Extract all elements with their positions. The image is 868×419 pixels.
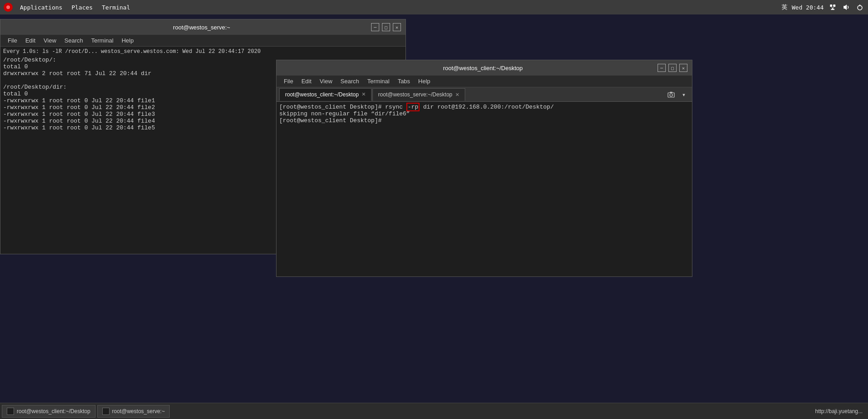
terminal-right-line-3: [root@westos_client Desktop]# — [279, 117, 689, 124]
top-menu-places[interactable]: Places — [67, 0, 97, 14]
svg-rect-10 — [670, 92, 672, 93]
terminal-left-win-controls: ─ □ ✕ — [371, 23, 401, 31]
taskbar-item-client[interactable]: root@westos_client:~/Desktop — [2, 405, 95, 418]
svg-point-9 — [670, 94, 672, 96]
tab-client-label: root@westos_client:~/Desktop — [285, 91, 359, 98]
tab-serve-label: root@westos_serve:~/Desktop — [378, 91, 453, 98]
cmd-suffix: dir root@192.168.0.200:/root/Desktop/ — [420, 104, 553, 110]
top-menu-applications[interactable]: Applications — [15, 0, 67, 14]
menu-help-left[interactable]: Help — [118, 35, 138, 46]
menu-search-right[interactable]: Search — [337, 76, 362, 87]
top-menu-terminal[interactable]: Terminal — [97, 0, 135, 14]
svg-marker-5 — [844, 5, 847, 10]
redhat-logo — [4, 3, 13, 12]
terminal-right-win-controls: ─ □ ✕ — [658, 64, 687, 72]
taskbar-item-serve[interactable]: root@westos_serve:~ — [97, 405, 170, 418]
tab-serve-close[interactable]: ✕ — [455, 92, 459, 98]
menu-file-left[interactable]: File — [4, 35, 21, 46]
terminal-right-titlebar: root@westos_client:~/Desktop ─ □ ✕ — [277, 60, 692, 76]
tab-client-desktop[interactable]: root@westos_client:~/Desktop ✕ — [279, 88, 372, 101]
menu-edit-right[interactable]: Edit — [298, 76, 315, 87]
tab-dropdown-icon[interactable]: ▾ — [678, 89, 689, 100]
menu-search-left[interactable]: Search — [61, 35, 86, 46]
terminal-right-title: root@westos_client:~/Desktop — [308, 65, 658, 71]
top-menubar: Applications Places Terminal 英 Wed 20:44 — [0, 0, 868, 14]
power-icon[interactable] — [855, 3, 864, 12]
desktop: root@westos_serve:~ ─ □ ✕ File Edit View… — [0, 14, 868, 403]
menu-help-right[interactable]: Help — [415, 76, 434, 87]
tab-screenshot-icon[interactable] — [666, 89, 677, 100]
taskbar-icon-client — [7, 408, 14, 415]
menu-terminal-left[interactable]: Terminal — [88, 35, 117, 46]
menu-tabs-right[interactable]: Tabs — [394, 76, 414, 87]
tab-client-close[interactable]: ✕ — [362, 91, 366, 97]
taskbar-right-label: http://baji.yuetang... — [815, 408, 863, 414]
terminal-right-tabs: root@westos_client:~/Desktop ✕ root@west… — [277, 87, 692, 102]
maximize-button-right[interactable]: □ — [668, 64, 677, 72]
clock: Wed 20:44 — [792, 4, 824, 11]
svg-rect-4 — [831, 9, 835, 10]
volume-icon[interactable] — [842, 3, 851, 12]
menu-view-left[interactable]: View — [40, 35, 60, 46]
svg-rect-0 — [830, 5, 832, 7]
network-icon[interactable] — [828, 3, 837, 12]
terminal-right-menubar: File Edit View Search Terminal Tabs Help — [277, 76, 692, 87]
taskbar-right: http://baji.yuetang... — [815, 408, 866, 414]
minimize-button-right[interactable]: ─ — [658, 64, 666, 72]
taskbar: root@westos_client:~/Desktop root@westos… — [0, 403, 868, 419]
terminal-left-title: root@westos_serve:~ — [32, 24, 371, 31]
svg-rect-1 — [833, 5, 835, 7]
terminal-right-content: [root@westos_client Desktop]# rsync -rp … — [277, 102, 692, 276]
terminal-right-line-2: skipping non-regular file “dir/file6” — [279, 110, 689, 117]
watch-header: Every 1.0s: ls -lR /root/D... westos_ser… — [3, 48, 403, 55]
tabs-extra-controls: ▾ — [666, 89, 689, 100]
taskbar-label-serve: root@westos_serve:~ — [112, 408, 165, 414]
terminal-left-menubar: File Edit View Search Terminal Help — [0, 35, 405, 47]
close-button-left[interactable]: ✕ — [393, 23, 401, 31]
terminal-right-line-1: [root@westos_client Desktop]# rsync -rp … — [279, 104, 689, 110]
cmd-prefix: [root@westos_client Desktop]# rsync — [279, 104, 406, 110]
top-bar-right: 英 Wed 20:44 — [782, 3, 864, 12]
taskbar-label-client: root@westos_client:~/Desktop — [17, 408, 91, 414]
terminal-left-titlebar: root@westos_serve:~ ─ □ ✕ — [0, 19, 405, 35]
menu-file-right[interactable]: File — [280, 76, 297, 87]
menu-terminal-right[interactable]: Terminal — [364, 76, 393, 87]
taskbar-icon-serve — [102, 408, 110, 415]
maximize-button-left[interactable]: □ — [382, 23, 390, 31]
locale-indicator: 英 — [782, 3, 787, 11]
close-button-right[interactable]: ✕ — [679, 64, 687, 72]
terminal-right-window: root@westos_client:~/Desktop ─ □ ✕ File … — [276, 60, 692, 277]
menu-edit-left[interactable]: Edit — [22, 35, 39, 46]
tab-serve-desktop[interactable]: root@westos_serve:~/Desktop ✕ — [372, 88, 465, 101]
menu-view-right[interactable]: View — [316, 76, 336, 87]
minimize-button-left[interactable]: ─ — [371, 23, 379, 31]
